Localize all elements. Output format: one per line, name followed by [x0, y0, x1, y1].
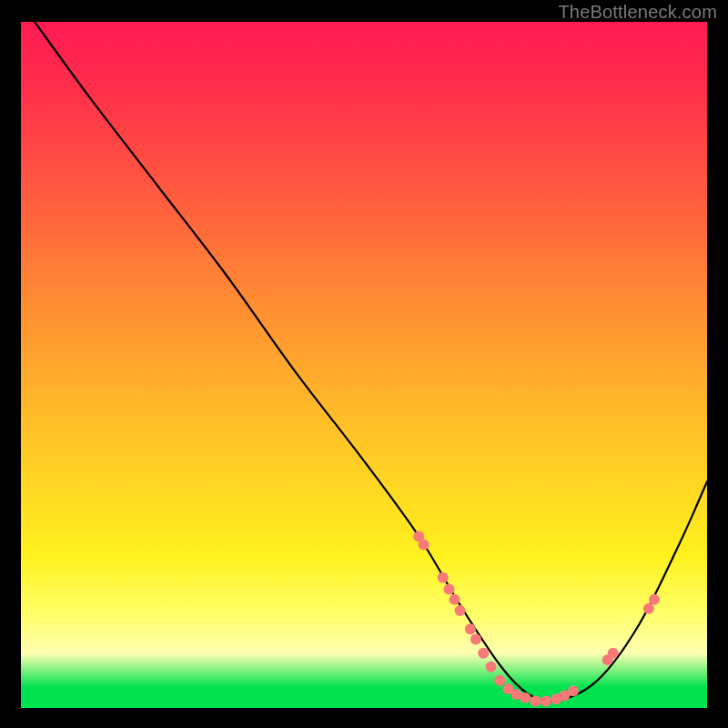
bottleneck-curve [35, 22, 707, 702]
curve-marker [559, 690, 570, 701]
curve-marker [478, 648, 489, 659]
curve-marker [413, 531, 424, 542]
curve-marker [511, 689, 521, 700]
curve-marker [419, 540, 430, 551]
curve-marker [520, 693, 531, 703]
curve-marker [444, 584, 455, 595]
curve-svg [21, 22, 707, 708]
curve-marker [551, 693, 561, 704]
curve-marker [494, 675, 505, 686]
curve-marker [485, 662, 496, 672]
curve-marker [465, 623, 476, 634]
chart-stage: TheBottleneck.com [0, 0, 728, 728]
curve-marker [643, 603, 654, 614]
curve-marker [455, 605, 466, 616]
curve-marker [608, 648, 619, 659]
curve-marker [531, 695, 541, 706]
curve-marker [502, 683, 513, 694]
curve-markers [413, 531, 660, 707]
curve-marker [602, 654, 613, 665]
plot-area [21, 22, 707, 708]
curve-marker [541, 695, 551, 706]
curve-marker [568, 685, 579, 696]
curve-marker [438, 572, 449, 583]
attribution-text: TheBottleneck.com [558, 2, 717, 23]
curve-marker [649, 594, 660, 605]
curve-marker [470, 634, 481, 645]
curve-marker [450, 594, 460, 605]
